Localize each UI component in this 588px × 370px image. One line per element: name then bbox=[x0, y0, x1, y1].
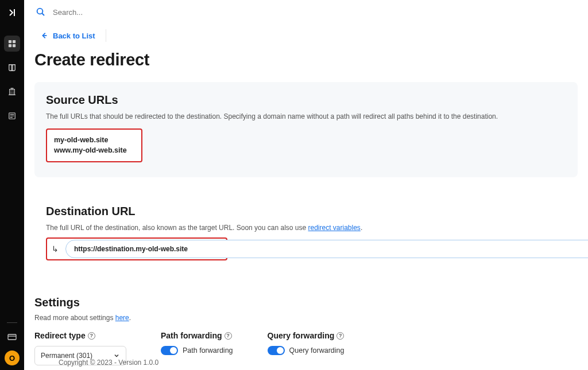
vertical-divider bbox=[106, 29, 106, 42]
source-urls-section: Source URLs The full URLs that should be… bbox=[34, 82, 578, 177]
main: Back to List Create redirect Source URLs… bbox=[24, 0, 588, 370]
topbar bbox=[24, 0, 588, 24]
arrow-left-icon bbox=[40, 32, 48, 40]
sidebar-item-docs[interactable] bbox=[4, 60, 20, 76]
settings-desc: Read more about settings here. bbox=[34, 313, 578, 323]
destination-title: Destination URL bbox=[46, 205, 566, 218]
svg-rect-6 bbox=[8, 334, 16, 340]
book-icon bbox=[8, 64, 16, 72]
footer-text: Copyright © 2023 - Version 1.0.0 bbox=[59, 359, 158, 367]
path-forwarding-toggle-text: Path forwarding bbox=[183, 346, 233, 355]
svg-rect-2 bbox=[9, 44, 11, 47]
settings-help-link[interactable]: here bbox=[115, 314, 129, 322]
sub-header: Back to List bbox=[24, 24, 588, 47]
destination-highlight: ↳ https://destination.my-old-web.site bbox=[46, 237, 227, 260]
path-forwarding-label: Path forwarding ? bbox=[161, 331, 233, 340]
query-forwarding-toggle-text: Query forwarding bbox=[289, 346, 345, 355]
subdirectory-arrow-icon: ↳ bbox=[52, 244, 59, 254]
destination-section: Destination URL The full URL of the dest… bbox=[34, 193, 578, 280]
help-icon[interactable]: ? bbox=[88, 332, 95, 340]
svg-rect-0 bbox=[9, 40, 11, 43]
content: Create redirect Source URLs The full URL… bbox=[24, 47, 588, 370]
sidebar-item-infrastructure[interactable] bbox=[4, 84, 20, 100]
search-icon bbox=[36, 7, 46, 17]
query-forwarding-toggle[interactable] bbox=[268, 346, 285, 355]
svg-point-7 bbox=[37, 9, 43, 14]
help-icon[interactable]: ? bbox=[336, 332, 344, 340]
avatar[interactable]: O bbox=[5, 350, 20, 365]
destination-url-input[interactable]: https://destination.my-old-web.site bbox=[65, 240, 588, 258]
redirect-variables-link[interactable]: redirect variables bbox=[308, 224, 361, 232]
query-forwarding-toggle-row: Query forwarding bbox=[268, 346, 345, 355]
settings-title: Settings bbox=[34, 296, 578, 309]
dashboard-icon bbox=[8, 40, 16, 48]
sidebar-item-news[interactable] bbox=[4, 108, 20, 124]
sidebar-toggle[interactable] bbox=[5, 6, 19, 20]
sidebar-item-billing[interactable] bbox=[5, 330, 19, 344]
svg-rect-1 bbox=[13, 40, 16, 43]
path-forwarding-col: Path forwarding ? Path forwarding bbox=[161, 331, 233, 365]
newspaper-icon bbox=[8, 112, 16, 120]
source-url-line: www.my-old-web.site bbox=[54, 146, 134, 156]
page-title: Create redirect bbox=[34, 50, 578, 69]
path-forwarding-toggle[interactable] bbox=[161, 346, 178, 355]
svg-rect-4 bbox=[10, 89, 15, 95]
back-label: Back to List bbox=[53, 32, 95, 40]
source-urls-input[interactable]: my-old-web.site www.my-old-web.site bbox=[46, 128, 142, 162]
svg-rect-3 bbox=[13, 44, 16, 47]
sidebar-bottom: O bbox=[0, 322, 24, 365]
redirect-type-label: Redirect type ? bbox=[34, 331, 126, 340]
path-forwarding-toggle-row: Path forwarding bbox=[161, 346, 233, 355]
source-title: Source URLs bbox=[46, 94, 566, 107]
sidebar: O bbox=[0, 0, 24, 370]
destination-desc: The full URL of the destination, also kn… bbox=[46, 223, 566, 233]
sidebar-divider bbox=[7, 322, 17, 323]
back-to-list-link[interactable]: Back to List bbox=[40, 32, 95, 40]
query-forwarding-col: Query forwarding ? Query forwarding bbox=[268, 331, 345, 365]
source-url-line: my-old-web.site bbox=[54, 135, 134, 146]
building-icon bbox=[8, 88, 16, 96]
source-desc: The full URLs that should be redirected … bbox=[46, 111, 566, 122]
sidebar-item-dashboard[interactable] bbox=[4, 36, 20, 52]
help-icon[interactable]: ? bbox=[225, 332, 232, 340]
chevron-right-bar-icon bbox=[7, 8, 17, 17]
card-icon bbox=[7, 332, 17, 341]
query-forwarding-label: Query forwarding ? bbox=[268, 331, 345, 340]
search-input[interactable] bbox=[53, 8, 168, 17]
